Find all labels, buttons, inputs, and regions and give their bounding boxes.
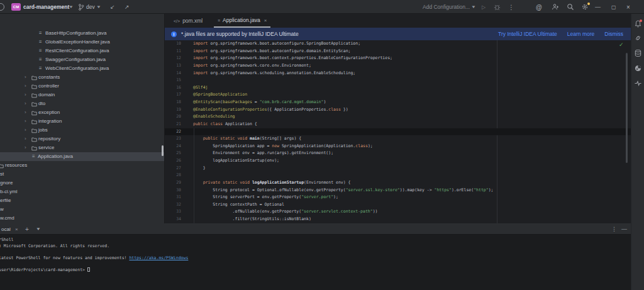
terminal-line <box>0 262 631 268</box>
tree-item[interactable]: ≡GlobalExceptionHandler.java <box>0 38 164 47</box>
clipped-menu-icon[interactable] <box>0 3 4 11</box>
database-tool-icon[interactable] <box>633 48 643 58</box>
code-line[interactable]: 29 private static void logApplicationSta… <box>165 179 631 187</box>
learn-more-link[interactable]: Learn more <box>567 31 594 37</box>
close-terminal-tab-icon[interactable]: × <box>15 223 18 235</box>
tree-item[interactable]: ›service <box>0 143 164 152</box>
tree-item[interactable]: st <box>0 170 164 179</box>
run-button[interactable]: ▷ <box>482 0 486 14</box>
window-close-button[interactable]: × <box>626 0 630 14</box>
tree-item[interactable]: ≡RestClientConfiguration.java <box>0 47 164 55</box>
tree-item[interactable]: b-ci.yml <box>0 187 164 196</box>
new-terminal-icon[interactable]: + <box>25 223 29 235</box>
chevron-right-icon[interactable]: › <box>25 143 26 152</box>
code-line[interactable]: 26 logApplicationStartup(env); <box>165 157 631 165</box>
chevron-right-icon[interactable]: › <box>25 82 26 91</box>
tab-application-java[interactable]: ≡ Application.java × <box>214 14 270 28</box>
chevron-right-icon[interactable]: › <box>25 73 26 82</box>
tree-item[interactable]: w <box>0 205 164 214</box>
project-tree: ≡BaseHttpConfiguration.java≡GlobalExcept… <box>0 29 164 223</box>
tree-item[interactable]: ›constants <box>0 73 164 82</box>
chevron-right-icon[interactable]: › <box>25 126 26 135</box>
maven-tool-icon[interactable] <box>633 64 643 73</box>
tree-item[interactable]: ≡WebClientConfiguration.java <box>0 64 164 73</box>
code-line[interactable]: 23 public static void main(String[] args… <box>165 135 631 143</box>
close-tab-icon[interactable]: × <box>264 18 267 23</box>
chevron-down-icon[interactable]: ▼ <box>69 0 74 14</box>
push-commits-icon[interactable]: ↗ <box>125 0 130 14</box>
code-line[interactable]: 33 .ofNullable(env.getProperty("server.s… <box>165 208 631 216</box>
tree-item[interactable]: ›jobs <box>0 126 164 135</box>
code-line[interactable]: 19@EnableConfigurationProperties({ Appli… <box>165 106 631 114</box>
code-line[interactable]: 34 .filter(StringUtils::isNotBlank) <box>165 216 631 223</box>
code-editor[interactable]: 10import org.springframework.boot.autoco… <box>165 40 631 223</box>
tree-item[interactable]: ›domain <box>0 91 164 99</box>
code-line[interactable]: 14import org.springframework.scheduling.… <box>165 70 631 77</box>
code-line[interactable]: 27 } <box>165 165 631 172</box>
inspection-ok-icon[interactable]: ✓ <box>619 42 624 48</box>
chevron-right-icon[interactable]: › <box>25 117 26 126</box>
indent-guide <box>194 128 194 223</box>
code-line[interactable]: 12import org.springframework.boot.contex… <box>165 55 631 62</box>
tree-item[interactable]: resources <box>0 161 164 170</box>
project-name[interactable]: card-management <box>23 0 69 14</box>
try-ultimate-link[interactable]: Try IntelliJ IDEA Ultimate <box>498 31 557 37</box>
code-line[interactable]: 16@Slf4j <box>165 84 631 92</box>
code-line[interactable]: 10import org.springframework.boot.autoco… <box>165 40 631 48</box>
code-line[interactable]: 21public class Application { <box>165 121 631 128</box>
chevron-down-icon[interactable]: ▼ <box>36 223 41 235</box>
tree-item[interactable]: ›exception <box>0 108 164 117</box>
window-minimize-button[interactable]: — <box>595 0 601 14</box>
tree-item[interactable]: w.cmd <box>0 214 164 223</box>
dismiss-link[interactable]: Dismiss <box>604 31 623 37</box>
code-line[interactable]: 11import org.springframework.boot.autoco… <box>165 48 631 55</box>
code-line[interactable]: 18@EntityScan(basePackages = "com.brb.ca… <box>165 99 631 106</box>
code-line[interactable]: 25 Environment env = app.run(args).getEn… <box>165 150 631 157</box>
chevron-right-icon[interactable]: › <box>25 91 26 99</box>
terminal-link[interactable]: https://aka.ms/PSWindows <box>129 255 188 260</box>
tree-scrollbar-thumb[interactable] <box>162 145 164 156</box>
code-line[interactable]: 17@SpringBootApplication <box>165 91 631 99</box>
tree-item[interactable]: ›controller <box>0 82 164 91</box>
tree-item[interactable]: ≡BaseHttpConfiguration.java <box>0 29 164 38</box>
tree-item[interactable]: ›repository <box>0 135 164 143</box>
run-configuration-selector[interactable]: Add Configuration... <box>423 0 470 14</box>
tab-pom-xml[interactable]: </> pom.xml <box>174 14 203 28</box>
chevron-right-icon[interactable]: › <box>25 135 26 143</box>
update-project-icon[interactable]: ↙ <box>110 0 115 14</box>
hide-terminal-icon[interactable]: — <box>621 223 627 235</box>
ai-assistant-icon[interactable]: @ <box>536 0 542 14</box>
tree-item[interactable]: ›dto <box>0 99 164 108</box>
tree-item[interactable]: ≡Application.java <box>0 152 164 161</box>
code-line[interactable]: 28 <box>165 172 631 179</box>
code-with-me-icon[interactable] <box>552 0 559 14</box>
tree-item[interactable]: gnore <box>0 179 164 187</box>
chevron-right-icon[interactable]: › <box>25 99 26 108</box>
chevron-down-icon[interactable]: ▼ <box>471 0 476 14</box>
chevron-right-icon[interactable]: › <box>25 108 26 117</box>
code-line[interactable]: 13import org.springframework.core.env.En… <box>165 62 631 70</box>
debug-button[interactable] <box>494 0 501 14</box>
code-line[interactable]: 31 String serverPort = env.getProperty("… <box>165 194 631 201</box>
code-line[interactable]: 15 <box>165 77 631 84</box>
terminal-tab-local[interactable]: ocal <box>1 223 11 235</box>
code-line[interactable]: 22 <box>165 128 631 136</box>
profiler-pulse-icon[interactable] <box>633 79 643 88</box>
line-number: 19 <box>165 106 181 114</box>
tree-item[interactable]: ≡SwaggerConfiguration.java <box>0 55 164 64</box>
tree-item[interactable]: erfile <box>0 196 164 205</box>
code-line[interactable]: 32 String contextPath = Optional <box>165 201 631 209</box>
project-logo-badge[interactable]: CM <box>11 3 21 11</box>
terminal-output[interactable]: rShell) Microsoft Corporation. All right… <box>0 237 631 274</box>
code-line[interactable]: 30 String protocol = Optional.ofNullable… <box>165 187 631 194</box>
editor-scrollbar-thumb[interactable] <box>626 53 628 163</box>
tree-item[interactable]: ›integration <box>0 117 164 126</box>
terminal-options-icon[interactable]: ⋮ <box>611 223 617 235</box>
more-actions-icon[interactable]: ⋮ <box>508 0 514 14</box>
search-icon[interactable] <box>567 0 574 14</box>
vcs-branch-widget[interactable]: dev ▼ <box>78 0 101 14</box>
ai-assistant-tool-icon[interactable] <box>633 33 643 43</box>
code-line[interactable]: 24 SpringApplication app = new SpringApp… <box>165 143 631 150</box>
window-maximize-button[interactable]: ▢ <box>611 0 616 14</box>
code-line[interactable]: 20@EnableScheduling <box>165 113 631 121</box>
